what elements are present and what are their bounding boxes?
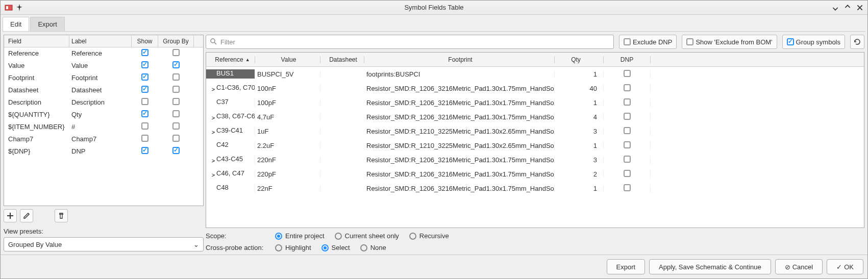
group-checkbox[interactable] — [172, 110, 180, 117]
field-row[interactable]: ReferenceReference — [4, 47, 203, 60]
table-row[interactable]: >C46, C47220pFResistor_SMD:R_1206_3216Me… — [206, 167, 864, 181]
field-row[interactable]: FootprintFootprint — [4, 72, 203, 84]
delete-field-button[interactable] — [55, 209, 68, 222]
reference-cell: C39-C41 — [216, 126, 243, 134]
value-cell: 100nF — [255, 85, 320, 92]
expand-icon[interactable]: > — [210, 129, 216, 135]
filter-input[interactable]: Filter — [206, 35, 614, 49]
reference-cell: C46, C47 — [216, 169, 244, 177]
dnp-checkbox[interactable] — [624, 170, 631, 177]
show-checkbox[interactable] — [141, 61, 148, 68]
field-row[interactable]: DescriptionDescription — [4, 96, 203, 109]
show-checkbox[interactable] — [141, 135, 148, 142]
add-field-button[interactable] — [4, 209, 17, 222]
dnp-checkbox[interactable] — [624, 156, 631, 163]
pin-icon[interactable] — [16, 4, 23, 11]
show-checkbox[interactable] — [141, 86, 148, 93]
scope-entire-radio[interactable]: Entire project — [275, 232, 325, 240]
field-row[interactable]: ValueValue — [4, 60, 203, 72]
group-checkbox[interactable] — [172, 135, 180, 142]
col-header-footprint[interactable]: Footprint — [364, 56, 555, 63]
crossprobe-highlight-radio[interactable]: Highlight — [275, 244, 311, 251]
maximize-icon[interactable] — [844, 4, 851, 11]
ok-button[interactable]: ✓OK — [827, 259, 863, 274]
dnp-checkbox[interactable] — [624, 70, 631, 77]
filter-placeholder: Filter — [220, 38, 235, 46]
field-row[interactable]: ${DNP}DNP — [4, 145, 203, 158]
dnp-checkbox[interactable] — [624, 184, 631, 191]
exclude-bom-check[interactable]: Show 'Exclude from BOM' — [682, 35, 777, 49]
show-checkbox[interactable] — [141, 122, 148, 130]
dnp-checkbox[interactable] — [624, 113, 631, 120]
reference-cell: C42 — [216, 141, 229, 148]
show-checkbox[interactable] — [141, 110, 148, 117]
table-row[interactable]: >C38, C67-C694,7uFResistor_SMD:R_1206_32… — [206, 110, 864, 124]
refresh-button[interactable] — [850, 35, 864, 49]
close-icon[interactable] — [856, 4, 863, 11]
cancel-icon: ⊘ — [785, 263, 790, 271]
group-checkbox[interactable] — [172, 86, 180, 93]
show-checkbox[interactable] — [141, 98, 148, 105]
field-name-cell: Reference — [4, 49, 69, 57]
dnp-checkbox[interactable] — [624, 141, 631, 148]
expand-icon[interactable]: > — [210, 158, 216, 164]
group-checkbox[interactable] — [172, 73, 180, 81]
col-header-reference[interactable]: Reference▲ — [206, 56, 255, 63]
minimize-icon[interactable] — [832, 4, 839, 11]
value-cell: 4,7uF — [255, 113, 320, 121]
col-header-dnp[interactable]: DNP — [604, 56, 651, 63]
export-button[interactable]: Export — [607, 259, 646, 274]
group-checkbox[interactable] — [172, 61, 180, 68]
crossprobe-select-radio[interactable]: Select — [321, 244, 350, 251]
edit-field-button[interactable] — [20, 209, 33, 222]
col-header-label[interactable]: Label — [69, 36, 132, 47]
show-checkbox[interactable] — [141, 147, 148, 154]
table-row[interactable]: BUS1BUSPCI_5Vfootprints:BUSPCI1 — [206, 67, 864, 81]
col-header-field[interactable]: Field — [4, 36, 69, 47]
table-row[interactable]: C422.2uFResistor_SMD:R_1210_3225Metric_P… — [206, 138, 864, 153]
field-label-cell: Footprint — [69, 74, 132, 82]
group-checkbox[interactable] — [172, 98, 180, 105]
crossprobe-none-radio[interactable]: None — [360, 244, 386, 251]
view-preset-select[interactable]: Grouped By Value — [4, 237, 204, 251]
col-header-value[interactable]: Value — [255, 56, 320, 63]
group-checkbox[interactable] — [172, 49, 180, 56]
table-row[interactable]: C37100pFResistor_SMD:R_1206_3216Metric_P… — [206, 95, 864, 110]
dnp-checkbox[interactable] — [624, 84, 631, 91]
table-row[interactable]: >C39-C411uFResistor_SMD:R_1210_3225Metri… — [206, 124, 864, 138]
value-cell: BUSPCI_5V — [255, 70, 320, 78]
apply-button[interactable]: Apply, Save Schematic & Continue — [649, 259, 771, 274]
group-symbols-check[interactable]: Group symbols — [782, 35, 845, 49]
radio-icon — [321, 244, 329, 251]
table-row[interactable]: >C43-C45220nFResistor_SMD:R_1206_3216Met… — [206, 153, 864, 167]
dnp-checkbox[interactable] — [624, 127, 631, 134]
tab-edit[interactable]: Edit — [3, 17, 29, 31]
tab-export[interactable]: Export — [30, 17, 65, 31]
show-checkbox[interactable] — [141, 73, 148, 81]
scope-recursive-radio[interactable]: Recursive — [409, 232, 449, 240]
table-row[interactable]: >C1-C36, C70-C100nFResistor_SMD:R_1206_3… — [206, 81, 864, 95]
col-header-qty[interactable]: Qty — [555, 56, 604, 63]
field-row[interactable]: DatasheetDatasheet — [4, 84, 203, 96]
field-row[interactable]: ${ITEM_NUMBER}# — [4, 121, 203, 133]
scope-sheet-radio[interactable]: Current sheet only — [335, 232, 399, 240]
group-checkbox[interactable] — [172, 147, 180, 154]
qty-cell: 1 — [555, 142, 604, 149]
scope-label: Scope: — [206, 232, 267, 240]
exclude-dnp-check[interactable]: Exclude DNP — [619, 35, 677, 49]
table-row[interactable]: C4822nFResistor_SMD:R_1206_3216Metric_Pa… — [206, 181, 864, 195]
col-header-datasheet[interactable]: Datasheet — [320, 56, 364, 63]
show-checkbox[interactable] — [141, 49, 148, 56]
group-checkbox[interactable] — [172, 122, 180, 130]
qty-cell: 3 — [555, 156, 604, 164]
field-row[interactable]: ${QUANTITY}Qty — [4, 109, 203, 121]
field-row[interactable]: Champ7Champ7 — [4, 133, 203, 145]
cancel-button[interactable]: ⊘Cancel — [775, 259, 823, 274]
expand-icon[interactable]: > — [210, 86, 216, 92]
expand-icon[interactable]: > — [210, 172, 216, 178]
col-header-group[interactable]: Group By — [158, 36, 194, 47]
expand-icon[interactable]: > — [210, 115, 216, 121]
dnp-checkbox[interactable] — [624, 98, 631, 106]
col-header-show[interactable]: Show — [132, 36, 158, 47]
view-presets-label: View presets: — [4, 227, 204, 235]
